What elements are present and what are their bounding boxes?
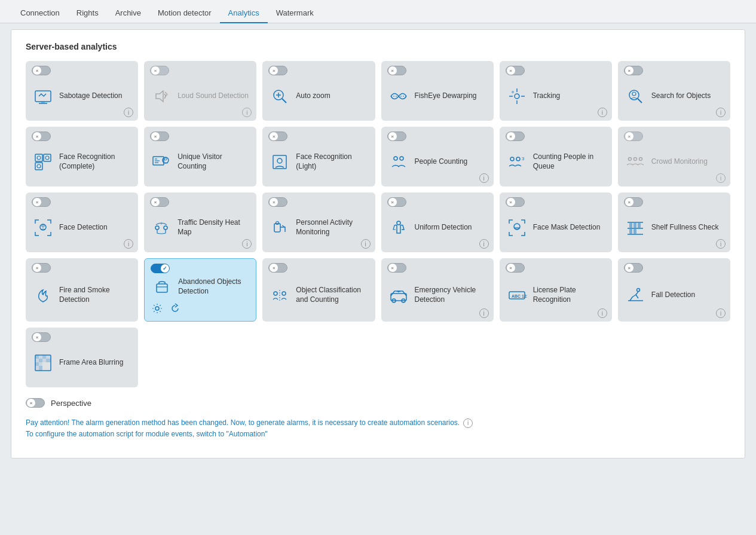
card-header-loud-sound: × (150, 66, 250, 75)
toggle-emergency-vehicle[interactable]: × (387, 263, 406, 273)
toggle-shelf-fullness[interactable]: × (624, 197, 643, 207)
info-uniform-detection[interactable]: i (479, 239, 489, 249)
card-top-uniform-detection: Uniform Detection (387, 209, 488, 246)
tab-rights[interactable]: Rights (68, 4, 107, 23)
toggle-crowd-monitoring[interactable]: × (624, 132, 643, 141)
settings-icon-abandoned[interactable] (151, 302, 164, 315)
info-personnel-activity[interactable]: i (361, 239, 371, 249)
toggle-auto-zoom[interactable]: × (268, 66, 287, 75)
toggle-tracking[interactable]: × (506, 66, 525, 75)
svg-rect-20 (35, 154, 42, 161)
perspective-label: Perspective (51, 399, 91, 408)
card-face-rec-light: × Face Recognition (Light) (262, 127, 375, 187)
toggle-knob-face-detection: × (33, 198, 41, 206)
card-top-face-detection: Face Detection (32, 209, 132, 246)
label-shelf-fullness: Shelf Fullness Check (651, 223, 724, 233)
license-plate-icon: ABC 123 (506, 284, 528, 307)
toggle-search-objects[interactable]: × (624, 66, 643, 75)
label-license-plate: License Plate Recognition (533, 286, 606, 304)
toggle-abandoned-objects[interactable]: ✓ (151, 264, 170, 273)
people-counting-icon (387, 151, 410, 173)
emergency-vehicle-icon (387, 284, 410, 307)
toggle-sabotage[interactable]: × (32, 66, 51, 75)
abandoned-objects-icon (151, 276, 173, 298)
svg-point-25 (37, 164, 41, 168)
svg-point-33 (277, 158, 282, 163)
tab-watermark[interactable]: Watermark (268, 4, 322, 23)
card-traffic-density: × Traffic Density Heat Map (144, 192, 256, 252)
face-mask-icon (506, 216, 528, 239)
toggle-face-rec-complete[interactable]: × (32, 132, 51, 141)
refresh-icon-abandoned[interactable] (169, 302, 182, 315)
info-license-plate[interactable]: i (598, 308, 607, 318)
card-face-mask: × Face M (500, 192, 612, 252)
svg-point-18 (632, 92, 636, 96)
svg-text:3: 3 (522, 156, 525, 161)
toggle-knob-fisheye: × (388, 66, 397, 75)
toggle-frame-blurring[interactable]: × (32, 332, 51, 342)
toggle-personnel-activity[interactable]: × (268, 197, 287, 207)
toggle-queue-counting[interactable]: × (506, 132, 525, 141)
info-loud-sound[interactable]: i (242, 108, 252, 117)
toggle-fall-detection[interactable]: × (624, 263, 643, 273)
label-sabotage: Sabotage Detection (59, 91, 132, 101)
label-uniform-detection: Uniform Detection (415, 223, 488, 233)
info-crowd-monitoring[interactable]: i (716, 173, 726, 183)
toggle-knob-tracking: × (507, 66, 515, 75)
toggle-knob-unique-visitor: × (151, 132, 160, 140)
label-abandoned-objects: Abandoned Objects Detection (178, 277, 250, 296)
card-header-fisheye: × (387, 66, 488, 75)
svg-line-4 (165, 92, 167, 94)
tab-analytics[interactable]: Analytics (220, 4, 268, 23)
fall-detection-icon (624, 284, 647, 307)
toggle-perspective[interactable]: × (26, 398, 45, 408)
label-traffic-density: Traffic Density Heat Map (177, 218, 250, 237)
tab-connection[interactable]: Connection (12, 4, 68, 23)
card-header-unique-visitor: × (150, 132, 250, 141)
info-traffic-density[interactable]: i (242, 239, 252, 249)
card-header-shelf-fullness: × (624, 197, 724, 207)
toggle-traffic-density[interactable]: × (150, 197, 169, 207)
info-fall-detection[interactable]: i (716, 308, 726, 318)
tab-archive[interactable]: Archive (107, 4, 149, 23)
info-people-counting[interactable]: i (479, 173, 489, 183)
card-top-fall-detection: Fall Detection (624, 275, 724, 316)
card-face-recognition-complete: × Face Recognition (Com (26, 127, 138, 187)
card-emergency-vehicle: × Emergency Vehicle Det (381, 258, 494, 322)
toggle-fisheye[interactable]: × (387, 66, 406, 75)
info-shelf-fullness[interactable]: i (716, 239, 726, 249)
toggle-knob-personnel-activity: × (270, 198, 278, 206)
svg-rect-22 (44, 154, 51, 161)
card-sabotage: × Sabotage Detection i (26, 61, 138, 121)
svg-point-41 (639, 158, 642, 161)
info-sabotage[interactable]: i (124, 108, 133, 117)
toggle-unique-visitor[interactable]: × (150, 132, 169, 141)
toggle-object-classification[interactable]: × (268, 263, 287, 273)
card-header-face-rec-light: × (268, 132, 369, 141)
info-emergency-vehicle[interactable]: i (479, 308, 489, 318)
card-fisheye: × FishEye Dewarping (381, 61, 494, 121)
toggle-fire-smoke[interactable]: × (32, 263, 51, 273)
notice-info-icon[interactable]: i (463, 418, 473, 428)
toggle-license-plate[interactable]: × (506, 263, 525, 273)
toggle-loud-sound[interactable]: × (150, 66, 169, 75)
info-search-objects[interactable]: i (716, 108, 726, 117)
svg-rect-67 (391, 294, 406, 301)
toggle-knob-object-classification: × (270, 264, 278, 272)
toggle-people-counting[interactable]: × (387, 132, 406, 141)
toggle-face-rec-light[interactable]: × (268, 132, 287, 141)
card-search-objects: × Search for Objects i (618, 61, 730, 121)
toggle-knob-loud-sound: × (151, 66, 160, 75)
svg-rect-57 (633, 223, 636, 228)
toggle-uniform-detection[interactable]: × (387, 197, 406, 207)
info-face-detection[interactable]: i (124, 239, 133, 249)
info-tracking[interactable]: i (598, 108, 607, 117)
toggle-knob-people-counting: × (388, 132, 397, 140)
svg-point-31 (164, 158, 167, 160)
toggle-face-mask[interactable]: × (506, 197, 525, 207)
svg-rect-87 (35, 366, 39, 371)
outer-container: Connection Rights Archive Motion detecto… (0, 0, 756, 535)
tab-motion-detector[interactable]: Motion detector (149, 4, 220, 23)
top-nav: Connection Rights Archive Motion detecto… (0, 0, 756, 23)
toggle-face-detection[interactable]: × (32, 197, 51, 207)
